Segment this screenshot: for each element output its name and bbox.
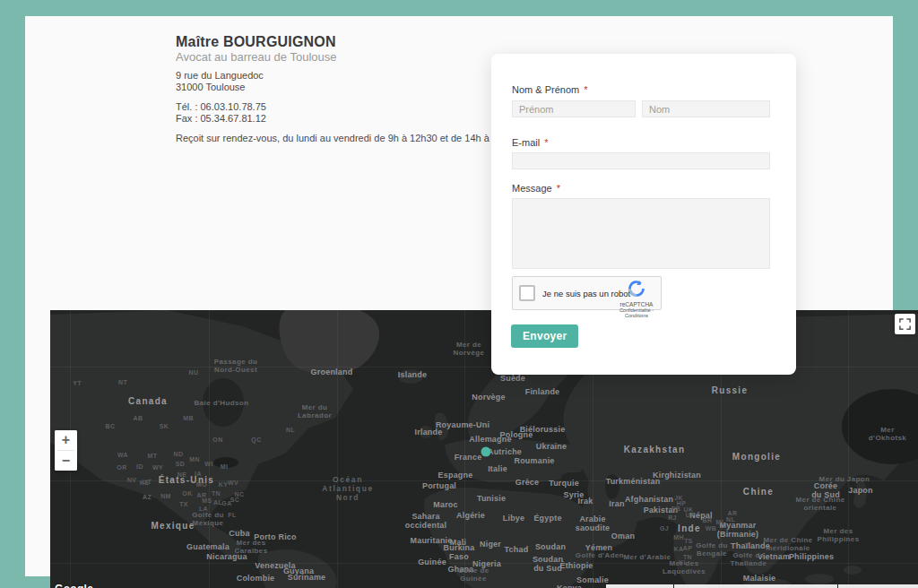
zoom-out-button[interactable]: − (55, 451, 77, 471)
phone-number: Tél. : 06.03.10.78.75 (176, 101, 266, 112)
name-label: Nom & Prénom* (512, 84, 587, 95)
map-data-text: Données cartographiques ©2022 Google, IN… (674, 584, 837, 588)
first-name-input[interactable] (512, 100, 636, 117)
address-line-2: 31000 Toulouse (176, 82, 245, 92)
address-line-1: 9 rue du Languedoc (176, 70, 264, 81)
submit-button[interactable]: Envoyer (511, 324, 578, 348)
lawyer-subtitle: Avocat au barreau de Toulouse (176, 50, 337, 64)
recaptcha-brand: reCAPTCHA (617, 301, 656, 307)
map-zoom-control: + − (55, 430, 77, 471)
location-marker[interactable] (481, 447, 491, 457)
contact-form-card: Nom & Prénom* E-mail* Message* Je ne sui… (491, 54, 796, 375)
map-attribution: Raccourcis clavier Données cartographiqu… (605, 584, 918, 588)
message-textarea[interactable] (512, 198, 770, 269)
message-label-text: Message (512, 183, 552, 194)
recaptcha-icon (628, 280, 645, 298)
opening-hours: Reçoit sur rendez-vous, du lundi au vend… (176, 133, 511, 143)
lawyer-name: Maître BOURGUIGNON (176, 34, 336, 50)
recaptcha-links[interactable]: Confidentialité - Conditions (617, 307, 656, 318)
recaptcha-widget: Je ne suis pas un robot reCAPTCHA Confid… (512, 276, 662, 310)
name-label-text: Nom & Prénom (512, 84, 579, 95)
terms-link[interactable]: Conditions d'utilisation (838, 584, 918, 588)
email-input[interactable] (512, 152, 770, 169)
message-label: Message* (512, 183, 560, 194)
google-logo[interactable]: Google (55, 583, 93, 588)
fullscreen-button[interactable] (895, 314, 915, 334)
recaptcha-checkbox[interactable] (519, 285, 535, 301)
required-asterisk: * (544, 137, 548, 148)
fax-number: Fax : 05.34.67.81.12 (176, 113, 266, 124)
recaptcha-logo-block: reCAPTCHA Confidentialité - Conditions (617, 280, 656, 318)
zoom-in-button[interactable]: + (55, 430, 77, 450)
required-asterisk: * (557, 183, 560, 194)
required-asterisk: * (584, 84, 587, 95)
keyboard-shortcuts-link[interactable]: Raccourcis clavier (606, 584, 673, 588)
page-content: Maître BOURGUIGNON Avocat au barreau de … (25, 16, 893, 576)
email-label: E-mail* (512, 137, 548, 148)
email-label-text: E-mail (512, 137, 540, 148)
last-name-input[interactable] (642, 100, 770, 117)
fullscreen-icon (898, 317, 912, 331)
